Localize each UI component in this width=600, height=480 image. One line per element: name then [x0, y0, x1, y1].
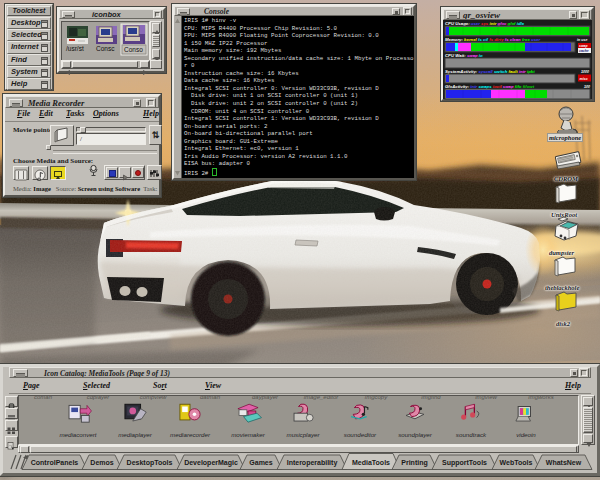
svg-text:musicplayer: musicplayer — [286, 431, 320, 438]
svg-text:imgcopy: imgcopy — [365, 396, 388, 400]
svg-text:WebTools: WebTools — [500, 459, 533, 466]
svg-text:SystemActivity: syscall switch: SystemActivity: syscall switch fault int… — [445, 69, 535, 74]
svg-text:Printing: Printing — [401, 459, 427, 467]
svg-text:datman: datman — [200, 396, 221, 400]
svg-text:swap: swap — [579, 44, 587, 48]
svg-text:1000: 1000 — [581, 70, 589, 74]
svg-text:Interoperability: Interoperability — [287, 459, 338, 467]
svg-text:SupportTools: SupportTools — [442, 459, 487, 467]
svg-text:dayplayer: dayplayer — [252, 396, 279, 400]
svg-text:Conso: Conso — [124, 46, 143, 53]
svg-text:MediaTools: MediaTools — [352, 459, 390, 466]
svg-text:Games: Games — [249, 459, 272, 466]
svg-text:imgview: imgview — [475, 396, 497, 400]
svg-text:soundeditor: soundeditor — [344, 431, 377, 438]
svg-text:mediaplayer: mediaplayer — [118, 431, 153, 438]
svg-text:cache: cache — [579, 49, 589, 53]
svg-text:ControlPanels: ControlPanels — [31, 459, 79, 466]
svg-text:CPU Usage: user sys intr gfxc: CPU Usage: user sys intr gfxc gfxf idle — [445, 21, 525, 26]
svg-text:mediarecorder: mediarecorder — [170, 431, 211, 438]
svg-text:CPU Wait: swap io: CPU Wait: swap io — [445, 53, 483, 58]
svg-text:moviemaker: moviemaker — [231, 431, 266, 438]
svg-text:Memory: kernel fs ctl fs dirty: Memory: kernel fs ctl fs dirty fs clean … — [445, 37, 540, 42]
svg-text:Demos: Demos — [90, 459, 113, 466]
svg-text:DesktopTools: DesktopTools — [127, 459, 173, 467]
svg-text:GfxActivity: intr swaps ioctl: GfxActivity: intr swaps ioctl swap fifo … — [445, 84, 535, 89]
svg-text:imgfind: imgfind — [421, 396, 441, 400]
svg-text:videoin: videoin — [516, 431, 536, 438]
svg-text:in use: in use — [577, 38, 587, 42]
svg-text:soundtrack: soundtrack — [456, 431, 487, 438]
svg-text:compview: compview — [140, 396, 167, 400]
svg-text:DeveloperMagic: DeveloperMagic — [184, 459, 238, 467]
svg-text:WhatsNew: WhatsNew — [546, 459, 582, 466]
svg-text:image_editor: image_editor — [304, 396, 340, 400]
svg-text:/usr/st: /usr/st — [66, 45, 84, 52]
svg-text:mediaconvert: mediaconvert — [59, 431, 96, 438]
svg-text:misc: misc — [580, 77, 588, 81]
svg-text:coman: coman — [34, 396, 53, 400]
svg-text:Consc: Consc — [96, 45, 115, 52]
svg-text:100: 100 — [584, 85, 590, 89]
svg-text:imgworks: imgworks — [528, 396, 553, 400]
svg-text:cdplayer: cdplayer — [87, 396, 111, 400]
svg-text:soundplayer: soundplayer — [398, 431, 433, 438]
